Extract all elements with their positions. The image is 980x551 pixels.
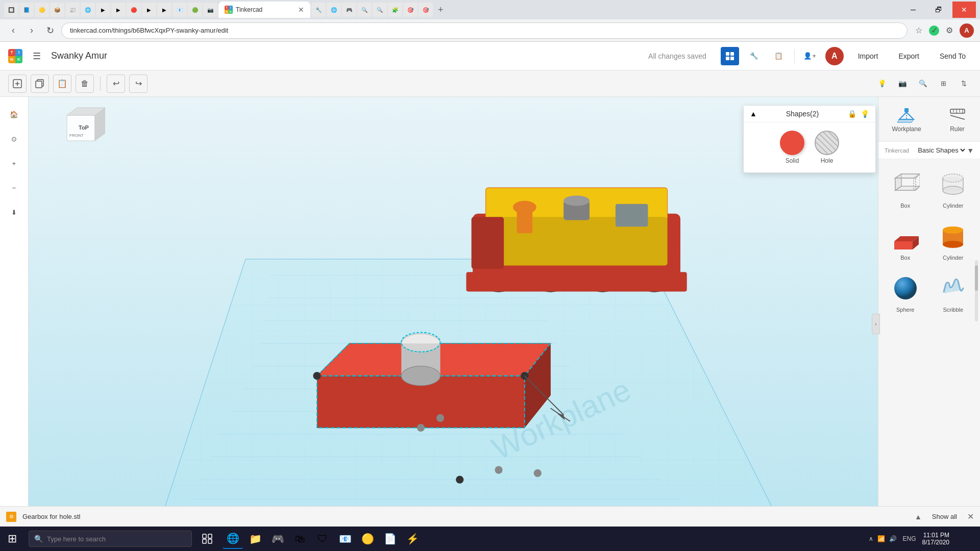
copy-btn[interactable]: [31, 74, 49, 93]
task-view-btn[interactable]: [196, 528, 218, 550]
tab-close-btn[interactable]: ✕: [298, 6, 304, 14]
light-btn[interactable]: 💡: [874, 76, 890, 92]
new-tab-button[interactable]: +: [434, 3, 448, 17]
tab-favicon-more4[interactable]: 🔍: [373, 3, 387, 17]
add-shape-btn[interactable]: [8, 74, 27, 93]
taskbar-avast[interactable]: 🛡: [312, 529, 333, 549]
tab-favicon-ext[interactable]: 🔧: [311, 3, 326, 17]
send-to-btn[interactable]: Send To: [934, 49, 972, 63]
solid-shape-btn[interactable]: Solid: [780, 131, 804, 164]
shape-item-scribble[interactable]: Scribble: [930, 267, 976, 317]
taskbar-explorer[interactable]: 📁: [245, 529, 265, 549]
menu-button[interactable]: ☰: [31, 48, 43, 64]
workplane-tool[interactable]: Workplane: [884, 101, 929, 137]
tab-favicon-5[interactable]: 📰: [65, 3, 80, 17]
taskbar-arduino[interactable]: ⚡: [402, 529, 423, 549]
tab-favicon-8[interactable]: ▶: [111, 3, 126, 17]
tab-favicon-13[interactable]: 🟢: [188, 3, 202, 17]
mirror-btn[interactable]: ⇅: [955, 76, 972, 92]
address-bar[interactable]: tinkercad.com/things/b6BfwcXqxPY-swanky-…: [61, 22, 908, 39]
file-close-btn[interactable]: ✕: [967, 512, 974, 521]
learn-view-btn[interactable]: 📋: [770, 47, 788, 65]
tab-favicon-11[interactable]: ▶: [157, 3, 172, 17]
redo-btn[interactable]: ↪: [129, 74, 148, 93]
shape-item-cyl-wire[interactable]: Cylinder: [930, 163, 976, 213]
tab-favicon-more5[interactable]: 🧩: [388, 3, 402, 17]
taskbar-steam[interactable]: 🎮: [267, 529, 288, 549]
tab-favicon-3[interactable]: 🟡: [35, 3, 49, 17]
view-cube-svg: ToP FRONT: [64, 105, 105, 146]
shapes-lock-btn[interactable]: 🔒: [848, 110, 856, 118]
hole-shape-btn[interactable]: Hole: [815, 131, 839, 164]
tab-favicon-1[interactable]: 🔲: [4, 3, 18, 17]
minimize-btn[interactable]: ─: [901, 2, 925, 18]
user-avatar[interactable]: A: [825, 47, 844, 65]
start-button[interactable]: ⊞: [0, 527, 24, 551]
back-button[interactable]: ‹: [6, 23, 20, 38]
tab-favicon-more2[interactable]: 🎮: [342, 3, 356, 17]
grid-view-btn[interactable]: [721, 47, 739, 65]
tab-favicon-more7[interactable]: 🎯: [419, 3, 433, 17]
align-btn[interactable]: ⊞: [935, 76, 951, 92]
tab-favicon-4[interactable]: 📦: [50, 3, 64, 17]
zoom-out-ctrl[interactable]: 🔍: [915, 76, 931, 92]
forward-button[interactable]: ›: [24, 23, 39, 38]
tab-favicon-more1[interactable]: 🌐: [327, 3, 341, 17]
taskbar-chrome[interactable]: 🟡: [357, 529, 378, 549]
refresh-button[interactable]: ↻: [43, 23, 57, 38]
settings-btn[interactable]: ⚙: [942, 23, 957, 38]
delete-btn[interactable]: 🗑: [76, 74, 94, 93]
tab-favicon-more6[interactable]: 🎯: [403, 3, 418, 17]
shape-item-box-wire[interactable]: Box: [883, 163, 928, 213]
restore-btn[interactable]: 🗗: [927, 2, 950, 18]
export-btn[interactable]: Export: [892, 49, 925, 63]
tab-favicon-9[interactable]: 🔴: [127, 3, 141, 17]
ruler-tool[interactable]: Ruler: [940, 101, 975, 137]
shape-item-sphere[interactable]: Sphere: [883, 267, 928, 317]
shape-item-cyl-orange[interactable]: Cylinder: [930, 215, 976, 265]
add-person-btn[interactable]: 👤+: [801, 47, 819, 65]
show-desktop-btn[interactable]: [955, 528, 972, 550]
taskbar-mail[interactable]: 📧: [335, 529, 355, 549]
camera-btn[interactable]: 📷: [894, 76, 911, 92]
tab-favicon-14[interactable]: 📷: [203, 3, 217, 17]
scrollbar-thumb[interactable]: [975, 265, 978, 291]
file-expand-btn[interactable]: ▲: [915, 513, 922, 521]
extensions-btn[interactable]: ✓: [929, 26, 939, 36]
zoom-out-btn[interactable]: −: [5, 179, 23, 197]
duplicate-btn[interactable]: 📋: [53, 74, 71, 93]
copy-icon: [35, 79, 44, 88]
show-all-btn[interactable]: Show all: [928, 511, 961, 522]
tab-favicon-10[interactable]: ▶: [142, 3, 156, 17]
tab-favicon-7[interactable]: ▶: [96, 3, 110, 17]
view-cube[interactable]: ToP FRONT: [64, 105, 105, 146]
library-category-select[interactable]: Basic Shapes: [916, 146, 967, 155]
shapes-light-btn[interactable]: 💡: [861, 110, 869, 118]
import-btn[interactable]: Import: [852, 49, 885, 63]
panel-toggle-btn[interactable]: ›: [872, 314, 880, 334]
close-btn[interactable]: ✕: [952, 2, 976, 18]
profile-avatar[interactable]: A: [960, 23, 974, 38]
undo-btn[interactable]: ↩: [107, 74, 125, 93]
build-view-btn[interactable]: 🔧: [745, 47, 764, 65]
zoom-in-btn[interactable]: +: [5, 154, 23, 172]
library-expand-btn[interactable]: ▼: [967, 146, 974, 155]
tab-favicon-12[interactable]: 📧: [173, 3, 187, 17]
fit-view-btn[interactable]: ⊙: [5, 130, 23, 148]
shapes-collapse-btn[interactable]: ▲: [750, 110, 757, 118]
tab-favicon-more3[interactable]: 🔍: [357, 3, 372, 17]
home-view-btn[interactable]: 🏠: [5, 105, 23, 123]
active-tab[interactable]: T I N K Tinkercad ✕: [218, 2, 310, 18]
svg-point-54: [313, 372, 321, 380]
taskbar-store[interactable]: 🛍: [290, 529, 310, 549]
shape-item-box-red[interactable]: Box: [883, 215, 928, 265]
perspective-btn[interactable]: ⬇: [5, 203, 23, 221]
taskbar-edge[interactable]: 🌐: [223, 529, 243, 549]
taskbar-foxitpdf[interactable]: 📄: [380, 529, 400, 549]
tray-expand[interactable]: ∧: [869, 535, 873, 542]
tab-favicon-2[interactable]: 📘: [19, 3, 34, 17]
tab-favicon-6[interactable]: 🌐: [81, 3, 95, 17]
scrollbar-track[interactable]: [975, 260, 978, 321]
search-bar[interactable]: 🔍 Type here to search: [29, 531, 192, 547]
bookmark-btn[interactable]: ☆: [912, 23, 926, 38]
